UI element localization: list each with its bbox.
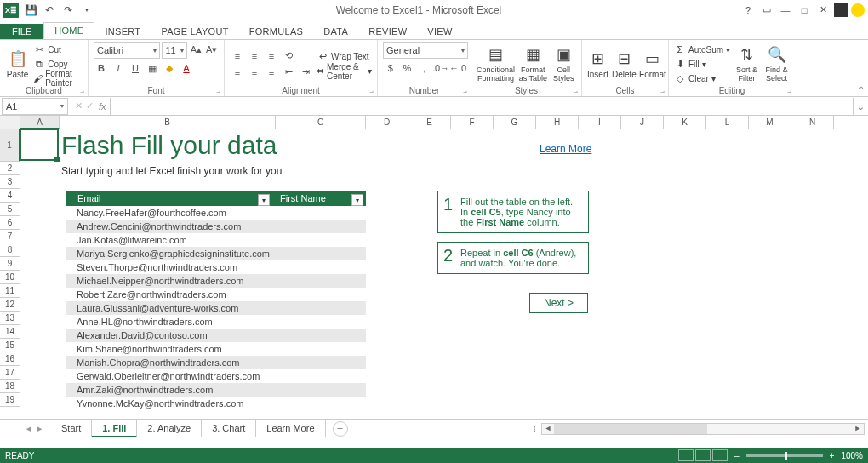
align-left-icon[interactable]: ≡: [230, 65, 245, 80]
fill-button[interactable]: ⬇Fill ▾: [674, 57, 730, 71]
row-header[interactable]: 7: [0, 230, 20, 243]
cell-styles-button[interactable]: ▣Cell Styles: [551, 42, 576, 86]
column-header[interactable]: D: [366, 116, 408, 129]
number-format-combo[interactable]: General▾: [383, 42, 468, 59]
scroll-left-icon[interactable]: ◄: [542, 424, 554, 434]
minimize-icon[interactable]: —: [778, 3, 793, 18]
ribbon-options-icon[interactable]: ▭: [759, 3, 774, 18]
italic-button[interactable]: I: [111, 60, 126, 76]
tab-page-layout[interactable]: PAGE LAYOUT: [151, 24, 238, 39]
row-header[interactable]: 3: [0, 175, 20, 189]
table-row[interactable]: Michael.Neipper@northwindtraders.com: [66, 274, 366, 288]
row-header[interactable]: 16: [0, 352, 20, 366]
tab-home[interactable]: HOME: [43, 22, 94, 39]
email-cell[interactable]: Andrew.Cencini@northwindtraders.com: [66, 221, 271, 232]
maximize-icon[interactable]: □: [797, 3, 812, 18]
column-header[interactable]: A: [20, 116, 60, 129]
row-header[interactable]: 6: [0, 216, 20, 230]
find-select-button[interactable]: 🔍Find & Select: [763, 42, 790, 86]
table-row[interactable]: Jan.Kotas@litwareinc.com: [66, 233, 366, 247]
email-cell[interactable]: Yvnonne.McKay@northwindtraders.com: [66, 398, 271, 409]
email-cell[interactable]: Mariya.Sergienko@graphicdesigninstitute.…: [66, 249, 271, 259]
page-break-view-icon[interactable]: [712, 449, 728, 461]
bold-button[interactable]: B: [94, 60, 109, 76]
column-header[interactable]: M: [749, 116, 791, 129]
column-header[interactable]: C: [276, 116, 366, 129]
increase-indent-icon[interactable]: ⇥: [298, 65, 313, 80]
sheet-tab[interactable]: Start: [51, 420, 92, 437]
row-header[interactable]: 4: [0, 189, 20, 203]
sheet-tab[interactable]: 2. Analyze: [137, 420, 202, 437]
table-row[interactable]: Manish.Chopra@northwindtraders.com: [66, 356, 366, 369]
percent-icon[interactable]: %: [400, 60, 415, 76]
zoom-level[interactable]: 100%: [841, 451, 863, 460]
row-header[interactable]: 8: [0, 243, 20, 257]
column-header[interactable]: L: [706, 116, 749, 129]
align-middle-icon[interactable]: ≡: [247, 49, 262, 64]
table-row[interactable]: Gerwald.Oberleitner@northwindtraders.com: [66, 369, 366, 383]
currency-icon[interactable]: $: [383, 60, 398, 76]
column-header[interactable]: G: [494, 116, 536, 129]
merge-center-button[interactable]: ⬌Merge & Center ▾: [317, 65, 372, 78]
collapse-ribbon-icon[interactable]: ⌃: [858, 85, 865, 94]
column-header[interactable]: K: [664, 116, 706, 129]
scroll-right-icon[interactable]: ►: [852, 424, 864, 434]
tab-review[interactable]: REVIEW: [358, 24, 417, 39]
fill-handle[interactable]: [54, 157, 60, 162]
name-box[interactable]: A1▾: [2, 98, 68, 115]
borders-button[interactable]: ▦: [145, 60, 160, 76]
column-header[interactable]: B: [60, 116, 276, 129]
tab-insert[interactable]: INSERT: [94, 24, 151, 39]
align-right-icon[interactable]: ≡: [264, 65, 279, 80]
paste-button[interactable]: 📋 Paste: [5, 42, 30, 86]
page-layout-view-icon[interactable]: [695, 449, 711, 461]
tab-data[interactable]: DATA: [313, 24, 358, 39]
column-header[interactable]: J: [621, 116, 664, 129]
row-header[interactable]: 18: [0, 380, 20, 393]
table-row[interactable]: Robert.Zare@northwindtraders.com: [66, 288, 366, 301]
enter-formula-icon[interactable]: ✓: [86, 100, 94, 111]
email-cell[interactable]: Kim.Shane@northwindtraders.com: [66, 344, 271, 354]
column-header[interactable]: N: [791, 116, 834, 129]
formula-input[interactable]: [110, 98, 853, 115]
sheet-tab[interactable]: 1. Fill: [92, 420, 137, 437]
row-header[interactable]: 9: [0, 257, 20, 271]
insert-cells-button[interactable]: ⊞Insert: [587, 42, 608, 86]
tab-file[interactable]: FILE: [0, 24, 43, 39]
format-as-table-button[interactable]: ▦Format as Table: [518, 42, 548, 86]
tab-formulas[interactable]: FORMULAS: [239, 24, 314, 39]
column-header[interactable]: F: [451, 116, 494, 129]
table-row[interactable]: Yvnonne.McKay@northwindtraders.com: [66, 397, 366, 410]
row-header[interactable]: 12: [0, 298, 20, 312]
email-cell[interactable]: Alexander.David@contoso.com: [66, 330, 271, 340]
table-row[interactable]: Alexander.David@contoso.com: [66, 329, 366, 342]
sheet-nav-arrows[interactable]: ◄ ►: [0, 424, 51, 433]
zoom-in-icon[interactable]: +: [830, 451, 835, 460]
sort-filter-button[interactable]: ⇅Sort & Filter: [734, 42, 760, 86]
row-header[interactable]: 13: [0, 312, 20, 325]
normal-view-icon[interactable]: [678, 449, 694, 461]
col-firstname[interactable]: First Name▾: [271, 193, 365, 203]
autosum-button[interactable]: ΣAutoSum ▾: [674, 43, 730, 56]
underline-button[interactable]: U: [128, 60, 143, 76]
smiley-icon[interactable]: [851, 3, 865, 17]
conditional-formatting-button[interactable]: ▤Conditional Formatting: [477, 42, 515, 86]
align-top-icon[interactable]: ≡: [230, 49, 245, 64]
select-all-button[interactable]: [0, 116, 20, 129]
table-row[interactable]: Steven.Thorpe@northwindtraders.com: [66, 260, 366, 274]
increase-decimal-icon[interactable]: .0→: [433, 60, 448, 76]
sheet-tab[interactable]: Learn More: [256, 420, 325, 437]
save-icon[interactable]: 💾: [24, 3, 37, 17]
column-header[interactable]: E: [408, 116, 451, 129]
tab-view[interactable]: VIEW: [417, 24, 462, 39]
table-row[interactable]: Kim.Shane@northwindtraders.com: [66, 342, 366, 356]
row-header[interactable]: 5: [0, 203, 20, 216]
email-cell[interactable]: Laura.Giussani@adventure-works.com: [66, 303, 271, 313]
email-cell[interactable]: Jan.Kotas@litwareinc.com: [66, 235, 271, 245]
email-cell[interactable]: Robert.Zare@northwindtraders.com: [66, 289, 271, 300]
new-sheet-button[interactable]: +: [333, 421, 348, 437]
comma-icon[interactable]: ,: [416, 60, 431, 76]
column-header[interactable]: I: [579, 116, 621, 129]
row-header[interactable]: 19: [0, 393, 20, 407]
table-row[interactable]: Mariya.Sergienko@graphicdesigninstitute.…: [66, 247, 366, 260]
